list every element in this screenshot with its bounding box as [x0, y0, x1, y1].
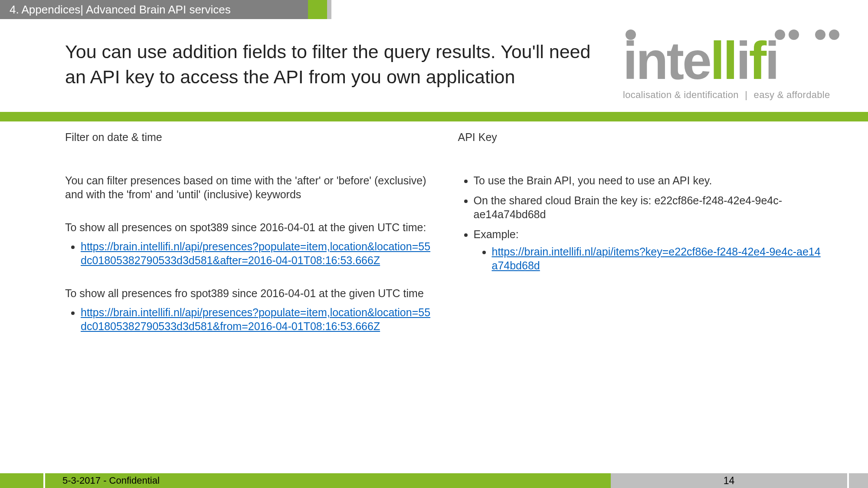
logo: intellifi localisation & identification … — [623, 27, 842, 101]
presences-after-link[interactable]: https://brain.intellifi.nl/api/presences… — [81, 240, 430, 266]
header-spacer-block — [327, 0, 331, 19]
green-divider-band — [0, 112, 868, 121]
list-item: On the shared cloud Brain the key is: e2… — [474, 193, 825, 221]
left-link-list-1: https://brain.intellifi.nl/api/presences… — [65, 239, 432, 267]
list-item: https://brain.intellifi.nl/api/presences… — [81, 305, 432, 333]
list-item: https://brain.intellifi.nl/api/presences… — [81, 239, 432, 267]
left-column: Filter on date & time You can filter pre… — [65, 130, 432, 352]
body-columns: Filter on date & time You can filter pre… — [65, 130, 825, 352]
breadcrumb: 4. Appendices| Advanced Brain API servic… — [0, 0, 308, 19]
tagline-separator: | — [745, 89, 747, 100]
svg-text:intellifi: intellifi — [623, 31, 778, 83]
svg-point-4 — [829, 29, 839, 40]
left-paragraph-1: You can filter presences based on time w… — [65, 174, 432, 201]
left-link-list-2: https://brain.intellifi.nl/api/presences… — [65, 305, 432, 333]
header-bar: 4. Appendices| Advanced Brain API servic… — [0, 0, 331, 19]
logo-tagline: localisation & identification | easy & a… — [623, 89, 830, 101]
presences-from-link[interactable]: https://brain.intellifi.nl/api/presences… — [81, 306, 430, 332]
svg-point-3 — [815, 29, 825, 40]
page-number: 14 — [611, 473, 847, 488]
list-item: Example: https://brain.intellifi.nl/api/… — [474, 227, 825, 272]
title-row: You can use addition fields to filter th… — [65, 39, 842, 101]
svg-point-2 — [789, 29, 799, 40]
header-accent-block — [308, 0, 327, 19]
footer: 5-3-2017 - Confidential 14 — [0, 473, 868, 488]
list-item: To use the Brain API, you need to use an… — [474, 174, 825, 187]
example-sublist: https://brain.intellifi.nl/api/items?key… — [474, 245, 825, 272]
footer-accent-right — [849, 473, 868, 488]
left-heading: Filter on date & time — [65, 130, 432, 144]
api-example-link[interactable]: https://brain.intellifi.nl/api/items?key… — [492, 246, 821, 272]
intellifi-logo-icon: intellifi — [623, 27, 842, 83]
list-item: https://brain.intellifi.nl/api/items?key… — [492, 245, 825, 272]
api-key-list: To use the Brain API, you need to use an… — [458, 174, 825, 272]
example-label: Example: — [474, 228, 519, 240]
tagline-right: easy & affordable — [754, 89, 830, 100]
right-heading: API Key — [458, 130, 825, 144]
page-title: You can use addition fields to filter th… — [65, 39, 594, 89]
right-column: API Key To use the Brain API, you need t… — [458, 130, 825, 352]
tagline-left: localisation & identification — [623, 89, 739, 100]
footer-text: 5-3-2017 - Confidential — [45, 473, 611, 488]
footer-accent-left — [0, 473, 43, 488]
left-paragraph-3: To show all presences fro spot389 since … — [65, 286, 432, 300]
left-paragraph-2: To show all presences on spot389 since 2… — [65, 220, 432, 234]
